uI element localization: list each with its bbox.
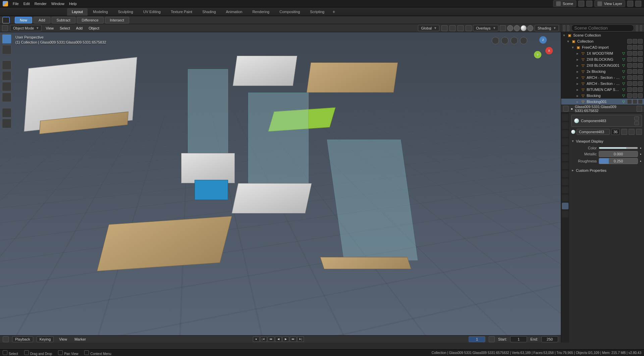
end-frame-field[interactable]: 250 [541, 336, 558, 342]
play-button[interactable]: ▶ [282, 337, 289, 342]
exclude-toggle[interactable] [627, 75, 632, 80]
current-frame-field[interactable]: 1 [469, 336, 485, 342]
hide-toggle[interactable] [633, 51, 637, 56]
disable-toggle[interactable] [638, 69, 643, 74]
tab-world-icon[interactable] [562, 146, 569, 153]
outliner-filter-button[interactable] [636, 25, 638, 31]
tab-animation[interactable]: Animation [221, 8, 247, 16]
viewlayer-new-button[interactable] [627, 1, 633, 7]
material-new-button[interactable] [621, 129, 627, 135]
gizmo-x-icon[interactable]: X [545, 47, 553, 54]
disable-toggle[interactable] [638, 39, 643, 44]
editor-type-button[interactable] [2, 25, 8, 31]
outliner-row[interactable]: ▸▽Blocking▽ [561, 93, 644, 99]
outliner-row[interactable]: ▸▽ARCH - Section - Wall Section K - 1▽ [561, 74, 644, 81]
tool-move-icon[interactable] [2, 60, 11, 70]
hide-toggle[interactable] [633, 39, 637, 44]
orientation-gizmo[interactable]: Z X Y [532, 38, 552, 58]
outliner-row-root[interactable]: ▾▣ Scene Collection [561, 32, 644, 38]
zoom-icon[interactable] [492, 37, 499, 44]
tab-uv-editing[interactable]: UV Editing [139, 8, 165, 16]
menu-window[interactable]: Window [51, 2, 64, 6]
tool-rotate-icon[interactable] [2, 71, 11, 81]
exclude-toggle[interactable] [627, 87, 632, 92]
tab-material-icon[interactable] [562, 203, 569, 209]
vp-menu-add[interactable]: Add [74, 26, 85, 31]
hide-toggle[interactable] [633, 75, 637, 80]
xray-toggle[interactable] [500, 25, 506, 31]
tool-cursor-icon[interactable] [2, 45, 11, 54]
outliner-row[interactable]: ▾▣FreeCAD import [561, 44, 644, 50]
playback-menu[interactable]: Playback [12, 336, 33, 342]
disable-toggle[interactable] [638, 93, 643, 98]
exclude-toggle[interactable] [627, 69, 632, 74]
tool-difference-button[interactable]: Difference [77, 17, 104, 23]
disable-toggle[interactable] [638, 45, 643, 50]
tab-modeling[interactable]: Modeling [88, 8, 113, 16]
autokey-toggle[interactable]: ● [253, 337, 260, 342]
jump-start-button[interactable]: |⏴ [260, 337, 267, 342]
tab-constraint-icon[interactable] [562, 187, 569, 193]
hide-toggle[interactable] [633, 69, 637, 74]
shading-dropdown[interactable]: Shading▾ [535, 25, 559, 31]
tool-measure-icon[interactable] [2, 119, 11, 128]
tab-viewlayer-icon[interactable] [562, 130, 569, 137]
tab-physics-icon[interactable] [562, 179, 569, 185]
disable-toggle[interactable] [638, 81, 643, 86]
material-slot[interactable]: Component483 [571, 115, 642, 127]
tab-output-icon[interactable] [562, 122, 569, 129]
tool-select-box-icon[interactable] [2, 34, 11, 44]
pin-icon[interactable] [637, 106, 642, 112]
tab-layout[interactable]: Layout [67, 8, 88, 16]
timeline-view-menu[interactable]: View [57, 337, 69, 342]
frame-range-icon[interactable] [489, 336, 495, 342]
tab-rendering[interactable]: Rendering [248, 8, 274, 16]
overlays-dropdown[interactable]: Overlays▾ [473, 25, 498, 31]
scene-new-button[interactable] [578, 1, 584, 7]
orientation-dropdown[interactable]: Global▾ [418, 25, 439, 31]
disable-toggle[interactable] [638, 51, 643, 56]
shading-lookdev[interactable] [521, 25, 527, 31]
mode-dropdown[interactable]: Object Mode▾ [10, 25, 42, 31]
exclude-toggle[interactable] [627, 63, 632, 68]
exclude-toggle[interactable] [627, 93, 632, 98]
tool-option-icon[interactable] [3, 17, 9, 23]
color-field[interactable] [599, 147, 638, 149]
tab-texture-paint[interactable]: Texture Paint [166, 8, 197, 16]
pivot-dropdown[interactable] [441, 25, 447, 31]
hide-toggle[interactable] [633, 81, 637, 86]
outliner-row[interactable]: ▾▣Collection [561, 38, 644, 44]
slot-add-button[interactable] [634, 116, 639, 120]
keyframe-next-button[interactable]: ⏭ [290, 337, 297, 342]
menu-render[interactable]: Render [35, 2, 47, 6]
section-viewport-display[interactable]: ▾Viewport Display [571, 138, 642, 145]
gizmo-dropdown[interactable] [466, 25, 472, 31]
tab-scripting[interactable]: Scripting [305, 8, 329, 16]
hide-toggle[interactable] [633, 45, 637, 50]
shading-solid[interactable] [514, 25, 520, 31]
play-reverse-button[interactable]: ◀ [275, 337, 282, 342]
hide-toggle[interactable] [633, 57, 637, 62]
roughness-slider[interactable]: 0.250 [599, 158, 638, 164]
disable-toggle[interactable] [638, 75, 643, 80]
properties-editor-icon[interactable] [563, 106, 569, 112]
material-copy-button[interactable] [629, 129, 635, 135]
tool-transform-icon[interactable] [2, 93, 11, 102]
outliner-row[interactable]: ▸▽ARCH - Section - Wall Section K - 2▽ [561, 81, 644, 87]
material-name-field[interactable]: Component483 [577, 129, 610, 135]
outliner-search[interactable] [571, 24, 634, 32]
keyframe-prev-button[interactable]: ⏮ [268, 337, 274, 342]
outliner-row[interactable]: ▸▽2X8 BLOCKING001▽ [561, 62, 644, 68]
tool-subtract-button[interactable]: Subtract [52, 17, 75, 23]
slot-remove-button[interactable] [634, 121, 639, 125]
outliner-row[interactable]: ▸▽1X WOODTRIM▽ [561, 50, 644, 56]
tab-shading[interactable]: Shading [198, 8, 220, 16]
proportional-edit-toggle[interactable] [458, 25, 464, 31]
outliner-new-collection[interactable] [640, 25, 642, 31]
tab-compositing[interactable]: Compositing [275, 8, 305, 16]
viewlayer-chip[interactable]: View Layer [594, 0, 625, 7]
exclude-toggle[interactable] [627, 57, 632, 62]
disable-toggle[interactable] [638, 87, 643, 92]
timeline-marker-menu[interactable]: Marker [72, 337, 88, 342]
outliner-display-mode[interactable] [567, 25, 569, 31]
